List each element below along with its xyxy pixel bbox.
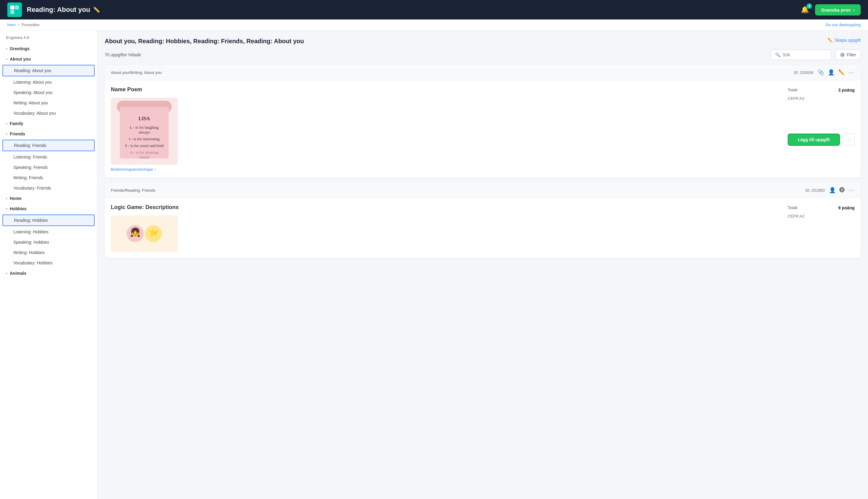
- sidebar-item-writing-friends[interactable]: Writing: Friends: [0, 172, 97, 183]
- scroll-line-2: I - is for interesting: [129, 137, 159, 142]
- sidebar-item-about-you[interactable]: › About you: [0, 54, 97, 64]
- sidebar-item-greetings[interactable]: › Greetings: [0, 44, 97, 54]
- sidebar-item-family[interactable]: › Family: [0, 118, 97, 129]
- sidebar-item-speaking-friends[interactable]: Speaking: Friends: [0, 162, 97, 172]
- card-breadcrumb-2: Friends/Reading: Friends: [111, 188, 155, 193]
- breadcrumb: Hem > Proveditor Ge oss återkoppling: [0, 20, 868, 31]
- task-title-1: Name Poem: [111, 86, 780, 93]
- app-header: Reading: About you ✏️ 🔔 3 Granska prov ›: [0, 0, 868, 20]
- pencil-icon: ✏️: [828, 38, 833, 42]
- more-options-icon[interactable]: ⋯: [848, 69, 855, 76]
- user-icon[interactable]: 👤: [827, 69, 835, 76]
- course-label: Engelska 4-6: [0, 35, 97, 44]
- avatar-icon-2[interactable]: 🅐: [839, 186, 845, 194]
- header-title: Reading: About you ✏️: [27, 6, 795, 14]
- task-title-2: Logic Game: Descriptions: [111, 204, 780, 210]
- filter-button[interactable]: ⚙️ Filter: [835, 50, 861, 60]
- breadcrumb-separator: >: [17, 23, 20, 27]
- edit-title-icon[interactable]: ✏️: [93, 7, 100, 13]
- bedömnings-link-1[interactable]: Bedömningsanvisningar ›: [111, 167, 780, 172]
- notification-badge: 3: [807, 3, 812, 9]
- edit-icon[interactable]: ✏️: [837, 69, 845, 76]
- lagg-button-1[interactable]: Lägg till uppgift: [788, 134, 840, 146]
- task-image-2: 👧 ⭐: [111, 216, 178, 252]
- card-side-2: Totalt: 9 poäng CEFR:A2: [788, 204, 855, 252]
- sidebar-item-label: Greetings: [10, 46, 29, 51]
- attachment-icon[interactable]: 📎: [817, 69, 825, 76]
- sidebar-item-reading-about-you[interactable]: Reading: About you: [2, 65, 95, 76]
- svg-text:⭐: ⭐: [148, 227, 159, 237]
- results-bar: 70 uppgifter hittade 🔍 ⚙️ Filter: [105, 50, 861, 60]
- card-header-right-1: ID: 255939 📎 👤 ✏️ ⋯: [794, 69, 855, 76]
- sidebar-item-label: Reading: Friends: [14, 143, 47, 148]
- cefr-label-2: CEFR:A2: [788, 214, 855, 218]
- breadcrumb-home[interactable]: Hem: [7, 23, 15, 27]
- sidebar-item-reading-hobbies[interactable]: Reading: Hobbies: [2, 215, 95, 226]
- cefr-label-1: CEFR:A2: [788, 96, 855, 101]
- sidebar-item-label: Hobbies: [10, 206, 26, 211]
- main-header: About you, Reading: Hobbies, Reading: Fr…: [105, 38, 861, 45]
- sidebar-item-label: Family: [10, 121, 23, 126]
- chevron-right-icon: ›: [6, 196, 7, 200]
- svg-text:👧: 👧: [130, 227, 141, 237]
- sidebar-item-label: Speaking: About you: [13, 90, 52, 95]
- card-header-2: Friends/Reading: Friends ID: 251983 👤 🅐 …: [105, 183, 861, 198]
- illustration-2: 👧 ⭐: [126, 221, 162, 246]
- user-icon-2[interactable]: 👤: [829, 186, 836, 194]
- sidebar-item-label: Listening: Friends: [13, 155, 47, 159]
- card-content-2: Logic Game: Descriptions 👧 ⭐: [111, 204, 780, 252]
- card-body-1: Name Poem LISA L - is for laughing alway…: [105, 80, 861, 178]
- sidebar-item-speaking-hobbies[interactable]: Speaking: Hobbies: [0, 237, 97, 247]
- card-header-1: About you/Writing: About you ID: 255939 …: [105, 65, 861, 80]
- chevron-right-icon: ›: [6, 47, 7, 51]
- header-right: 🔔 3 Granska prov ›: [799, 4, 861, 15]
- chevron-right-icon: ›: [853, 7, 855, 12]
- results-count: 70 uppgifter hittade: [105, 52, 141, 57]
- sidebar-item-writing-hobbies[interactable]: Writing: Hobbies: [0, 247, 97, 258]
- sidebar-item-vocabulary-hobbies[interactable]: Vocabulary: Hobbies: [0, 258, 97, 268]
- sidebar-item-listening-friends[interactable]: Listening: Friends: [0, 152, 97, 162]
- sidebar-item-listening-hobbies[interactable]: Listening: Hobbies: [0, 227, 97, 237]
- sidebar-item-label: Listening: Hobbies: [13, 229, 48, 234]
- scroll-body: LISA L - is for laughing always I - is f…: [120, 107, 169, 159]
- star-button-1[interactable]: ☆: [843, 134, 855, 145]
- main-content: About you, Reading: Hobbies, Reading: Fr…: [97, 31, 868, 499]
- sidebar-item-label: Writing: Hobbies: [13, 250, 45, 255]
- task-image-1: LISA L - is for laughing always I - is f…: [111, 98, 178, 165]
- card-totalt-1: Totalt: 3 poäng: [788, 86, 855, 94]
- star-icon: ☆: [846, 136, 851, 143]
- sidebar-item-label: Speaking: Hobbies: [13, 240, 49, 245]
- sidebar-item-home[interactable]: › Home: [0, 193, 97, 204]
- card-id-1: ID: 255939: [794, 70, 813, 75]
- notification-button[interactable]: 🔔 3: [799, 4, 810, 15]
- sidebar-item-writing-about-you[interactable]: Writing: About you: [0, 98, 97, 108]
- sidebar-item-friends[interactable]: › Friends: [0, 129, 97, 139]
- granska-button[interactable]: Granska prov ›: [815, 4, 861, 15]
- search-input[interactable]: [783, 52, 827, 57]
- svg-rect-0: [10, 5, 14, 10]
- sidebar-item-hobbies[interactable]: › Hobbies: [0, 204, 97, 214]
- main-layout: Engelska 4-6 › Greetings › About you Rea…: [0, 31, 868, 499]
- more-options-icon-2[interactable]: ⋯: [848, 186, 855, 194]
- scroll-line-1: L - is for laughing always: [125, 125, 164, 135]
- card-header-right-2: ID: 251983 👤 🅐 ⋯: [805, 186, 855, 194]
- sidebar-item-listening-about-you[interactable]: Listening: About you: [0, 77, 97, 87]
- chevron-down-icon: ›: [4, 58, 9, 60]
- sidebar-item-animals[interactable]: › Animals: [0, 268, 97, 278]
- card-actions-1: Lägg till uppgift ☆: [788, 134, 855, 146]
- sidebar-item-label: About you: [10, 57, 31, 61]
- task-card-2: Friends/Reading: Friends ID: 251983 👤 🅐 …: [105, 183, 861, 258]
- sidebar-item-label: Vocabulary: Hobbies: [13, 260, 52, 265]
- chevron-right-icon: ›: [6, 271, 7, 275]
- sidebar-item-label: Writing: Friends: [13, 175, 43, 180]
- skapa-button[interactable]: ✏️ Skapa uppgift: [828, 38, 861, 42]
- sidebar-item-reading-friends[interactable]: Reading: Friends: [2, 140, 95, 151]
- breadcrumb-current: Proveditor: [22, 23, 39, 27]
- scroll-line-3: S - is for sweet and kind: [125, 143, 164, 148]
- feedback-link[interactable]: Ge oss återkoppling: [825, 23, 861, 27]
- sidebar-item-speaking-about-you[interactable]: Speaking: About you: [0, 87, 97, 98]
- sidebar-item-vocabulary-friends[interactable]: Vocabulary: Friends: [0, 183, 97, 193]
- sidebar-item-label: Reading: Hobbies: [14, 218, 48, 223]
- search-filter-area: 🔍 ⚙️ Filter: [771, 50, 861, 60]
- sidebar-item-vocabulary-about-you[interactable]: Vocabulary: About you: [0, 108, 97, 118]
